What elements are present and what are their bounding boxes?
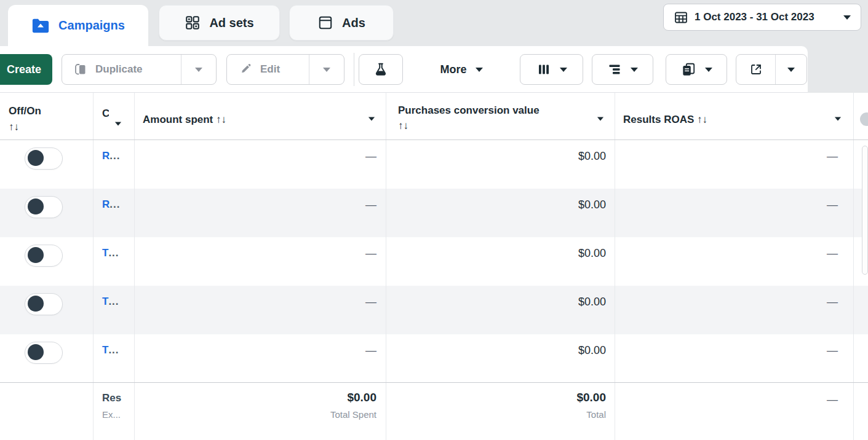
duplicate-button[interactable]: Duplicate (62, 62, 181, 77)
toggle-knob-icon (28, 296, 44, 312)
chevron-down-icon (705, 68, 712, 72)
results-roas-cell: — (715, 344, 838, 357)
column-header-results-roas[interactable]: Results ROAS ↑↓ (623, 112, 707, 128)
toggle-knob-icon (28, 150, 44, 166)
campaigns-folder-icon (31, 18, 50, 34)
ads-frame-icon (317, 15, 333, 31)
purchases-dropdown-icon[interactable] (597, 117, 603, 121)
export-icon (749, 62, 763, 77)
toggle-knob-icon (28, 344, 44, 360)
ab-test-button[interactable] (359, 54, 403, 85)
column-divider (615, 93, 615, 440)
column-header-purchases[interactable]: Purchases conversion value ↑↓ (398, 103, 540, 133)
footer-purchases-label: Total (483, 409, 606, 420)
column-divider (93, 93, 94, 440)
row-stripe (0, 189, 868, 237)
campaign-name-link[interactable]: R... (102, 150, 120, 162)
sort-arrows-icon: ↑↓ (398, 119, 540, 134)
campaign-toggle[interactable] (25, 196, 63, 218)
export-button[interactable] (736, 62, 775, 77)
campaign-name: R (102, 150, 109, 162)
column-header-amount-spent[interactable]: Amount spent ↑↓ (143, 112, 226, 128)
column-divider (134, 93, 135, 440)
campaign-name-link[interactable]: R... (102, 198, 120, 211)
purchases-value-cell: $0.00 (483, 247, 606, 260)
footer-amount-total: $0.00 (253, 391, 376, 404)
edit-pencil-icon (239, 63, 253, 76)
campaign-name: T (102, 344, 108, 356)
edit-button[interactable]: Edit (227, 63, 309, 76)
campaign-toggle[interactable] (25, 245, 63, 267)
amount-spent-cell: — (253, 344, 376, 357)
campaign-toggle[interactable] (25, 342, 63, 364)
reports-icon (680, 61, 696, 77)
export-split-button (736, 54, 807, 85)
footer-top-border (0, 382, 868, 383)
footer-summary: Res Ex... (102, 392, 133, 420)
campaign-col-label: C (102, 108, 109, 119)
column-divider (853, 93, 854, 440)
amount-spent-cell: — (253, 247, 376, 260)
ellipsis: ... (109, 198, 120, 210)
export-dropdown-button[interactable] (776, 55, 806, 84)
ellipsis: ... (108, 247, 119, 259)
edit-label: Edit (260, 63, 280, 76)
amount-spent-label: Amount spent ↑↓ (143, 114, 226, 125)
campaign-name-link[interactable]: T... (102, 344, 119, 356)
vertical-scrollbar-thumb[interactable] (862, 146, 868, 275)
edit-dropdown-button[interactable] (309, 55, 344, 84)
breakdown-icon (607, 62, 622, 77)
campaign-name: T (102, 247, 108, 259)
footer-purchases-total: $0.00 (483, 391, 606, 404)
column-header-off-on[interactable]: Off/On ↑↓ (9, 103, 41, 135)
columns-icon (536, 62, 551, 77)
tab-ad-sets[interactable]: Ad sets (159, 5, 280, 41)
sort-arrows-icon: ↑↓ (9, 119, 41, 135)
date-range-label: 1 Oct 2023 - 31 Oct 2023 (695, 11, 814, 23)
tab-ads[interactable]: Ads (289, 5, 394, 41)
campaign-name-link[interactable]: T... (102, 296, 119, 308)
calendar-icon (674, 10, 688, 25)
amount-spent-dropdown-icon[interactable] (368, 117, 375, 121)
campaign-col-dropdown-icon[interactable] (115, 122, 121, 126)
campaign-toggle[interactable] (25, 293, 63, 315)
adsets-grid-icon (185, 15, 201, 31)
amount-spent-cell: — (253, 150, 376, 163)
more-button[interactable]: More (431, 54, 492, 85)
row-stripe (0, 286, 868, 334)
header-bottom-border (0, 139, 868, 140)
purchases-value-cell: $0.00 (483, 150, 606, 163)
results-roas-cell: — (715, 150, 838, 163)
off-on-label: Off/On (9, 103, 41, 119)
column-header-campaign-clipped[interactable]: C (102, 106, 109, 122)
duplicate-split-button: Duplicate (62, 54, 217, 85)
ellipsis: ... (108, 344, 119, 356)
results-roas-dropdown-icon[interactable] (835, 117, 841, 121)
results-roas-cell: — (715, 247, 838, 260)
toolbar-divider (354, 53, 354, 86)
create-button[interactable]: Create (0, 54, 52, 85)
campaigns-table (0, 93, 868, 440)
footer-amount-label: Total Spent (253, 409, 376, 420)
results-roas-cell: — (715, 296, 838, 308)
duplicate-dropdown-button[interactable] (181, 55, 216, 84)
ab-test-flask-icon (373, 61, 389, 77)
chevron-down-icon (631, 68, 638, 72)
campaign-name-link[interactable]: T... (102, 247, 119, 259)
date-range-picker[interactable]: 1 Oct 2023 - 31 Oct 2023 (663, 4, 861, 31)
footer-excludes-text: Ex... (102, 409, 133, 420)
reports-button[interactable] (666, 54, 727, 85)
tab-campaigns[interactable]: Campaigns (8, 5, 148, 46)
chevron-down-icon (787, 68, 795, 72)
chevron-down-icon (476, 68, 483, 72)
more-label: More (440, 63, 466, 76)
breakdown-button[interactable] (592, 54, 653, 85)
column-divider (386, 93, 386, 440)
tab-campaigns-label: Campaigns (58, 18, 125, 33)
duplicate-copy-icon (73, 62, 88, 77)
campaign-toggle[interactable] (25, 147, 63, 170)
columns-button[interactable] (520, 54, 583, 85)
amount-spent-cell: — (253, 198, 376, 211)
toolbar-right-gap (808, 46, 868, 93)
ellipsis: ... (109, 150, 120, 162)
